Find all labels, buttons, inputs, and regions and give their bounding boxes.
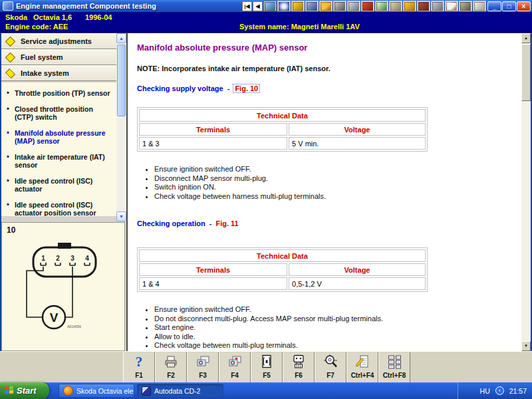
minimize-button[interactable]: _ [487, 1, 501, 11]
diamond-icon [5, 68, 15, 78]
section-heading-supply-voltage: Checking supply voltage - Fig. 10 [137, 84, 512, 92]
app-window: Engine management Component testing |◀ ◀… [0, 0, 532, 399]
wheel-icon[interactable] [431, 1, 444, 11]
f7-locate-button[interactable]: F7 [315, 352, 346, 382]
truck-icon[interactable] [319, 1, 332, 11]
scroll-down-icon[interactable]: ▼ [521, 341, 531, 351]
autodata-icon [142, 386, 151, 396]
car-wash-icon[interactable] [263, 1, 277, 11]
diagnostic-tool-icon[interactable] [347, 1, 360, 11]
vehicle-model: Octavia 1,6 [33, 13, 72, 21]
hide-icons-icon[interactable]: ‹ [495, 386, 504, 395]
warning-icon[interactable] [445, 1, 458, 11]
dashboard-icon[interactable] [333, 1, 346, 11]
f4-next-figure-button[interactable]: F4 [219, 352, 251, 382]
engine-part-icon[interactable] [361, 1, 374, 11]
system-name: System name: Magneti Marelli 1AV [239, 23, 360, 31]
sidebar-section-intake-system[interactable]: Intake system [1, 65, 116, 81]
page-title: Manifold absolute pressure (MAP) sensor [137, 43, 512, 53]
diamond-icon [5, 52, 16, 63]
helmet-icon[interactable] [403, 1, 416, 11]
table-cell-voltage: 5 V min. [289, 137, 426, 150]
ctrl-f4-edit-note-button[interactable]: Ctrl+F4 [346, 352, 378, 382]
clock: 21:57 [509, 387, 527, 395]
table-cell-voltage: 0,5-1,2 V [289, 277, 426, 290]
vehicle-years: 1996-04 [85, 13, 112, 21]
sidebar-item-list: Throttle position (TP) sensor Closed thr… [1, 82, 116, 216]
table-cell-terminals: 1 & 4 [139, 277, 287, 290]
ctrl-f8-data-list-button[interactable]: Ctrl+F8 [378, 352, 410, 382]
start-button[interactable]: Start [0, 382, 49, 399]
language-indicator[interactable]: HU [480, 387, 490, 395]
vehicle-header: Skoda Octavia 1,6 1996-04 Engine code: A… [0, 12, 532, 33]
tow-truck-icon[interactable] [291, 1, 305, 11]
f1-help-button[interactable]: ? F1 [123, 352, 155, 382]
browser-icon [63, 386, 73, 396]
app-icon [3, 1, 13, 11]
system-tray: HU ‹ 21:57 [458, 382, 532, 399]
locate-icon [323, 354, 338, 370]
content-scrollbar[interactable]: ▲ ▼ [521, 33, 531, 351]
svg-text:3: 3 [70, 255, 74, 262]
scrollbar-thumb[interactable] [117, 45, 126, 116]
mechanic-icon[interactable] [305, 1, 319, 11]
sidebar: Service adjustments Fuel system Intake s… [1, 33, 126, 221]
scroll-up-icon[interactable]: ▲ [116, 33, 126, 43]
previous-figure-icon [195, 354, 211, 370]
task-autodata-cd2[interactable]: Autodata CD-2 [137, 384, 223, 398]
f5-component-button[interactable]: F5 [251, 352, 283, 382]
step: Switch ignition ON. [154, 183, 512, 192]
sidebar-item-iat-sensor[interactable]: Intake air temperature (IAT) sensor [5, 153, 112, 170]
hands-icon[interactable] [389, 1, 402, 11]
sidebar-scrollbar[interactable]: ▲ ▼ [116, 33, 126, 221]
f6-connector-button[interactable]: F6 [283, 352, 315, 382]
svg-text:1: 1 [41, 255, 45, 262]
svg-text:V: V [50, 311, 59, 325]
motorcycle-icon[interactable] [459, 1, 472, 11]
window-title: Engine management Component testing [16, 2, 156, 10]
step: Ensure ignition switched OFF. [154, 165, 512, 174]
sidebar-item-ctp-switch[interactable]: Closed throttle position (CTP) switch [5, 105, 112, 122]
engine-code: Engine code: AEE [5, 23, 68, 31]
section-heading-operation: Checking operation - Fig. 11 [137, 219, 512, 227]
nav-first-button[interactable]: |◀ [242, 1, 252, 11]
close-button[interactable]: × [517, 1, 531, 11]
step: Do not disconnect multi-plug. Access MAP… [154, 315, 512, 324]
component-icon [259, 354, 275, 370]
procedure-steps-1: Ensure ignition switched OFF. Disconnect… [154, 165, 512, 201]
f3-previous-figure-button[interactable]: F3 [187, 352, 219, 382]
nav-back-button[interactable]: ◀ [253, 1, 263, 11]
fig-11-link[interactable]: Fig. 11 [215, 219, 238, 227]
note-text: NOTE: Incorporates intake air temperatur… [137, 65, 512, 72]
sidebar-item-isc-actuator[interactable]: Idle speed control (ISC) actuator [5, 177, 112, 194]
step: Disconnect MAP sensor multi-plug. [154, 174, 512, 184]
figure-number: 10 [7, 225, 15, 235]
document-icon[interactable] [473, 1, 486, 11]
scrollbar-thumb[interactable] [521, 44, 531, 101]
task-skoda-octavia[interactable]: Skoda Octavia elektr... [59, 384, 134, 398]
sidebar-section-service-adjustments[interactable]: Service adjustments [1, 33, 116, 49]
sidebar-item-map-sensor[interactable]: Manifold absolute pressure (MAP) sensor [5, 129, 112, 146]
press-machine-icon[interactable] [375, 1, 388, 11]
sidebar-section-fuel-system[interactable]: Fuel system [1, 49, 116, 65]
main-region: Service adjustments Fuel system Intake s… [0, 33, 532, 351]
fig-10-link[interactable]: Fig. 10 [233, 84, 259, 92]
step: Ensure ignition switched OFF. [154, 305, 512, 315]
scroll-up-icon[interactable]: ▲ [521, 33, 531, 43]
taskbar: Start Skoda Octavia elektr... Autodata C… [0, 382, 532, 399]
restore-button[interactable]: □ [502, 1, 516, 11]
timer-icon[interactable] [277, 1, 291, 11]
content-pane: Manifold absolute pressure (MAP) sensor … [126, 33, 521, 351]
f2-print-button[interactable]: F2 [155, 352, 187, 382]
tools-icon[interactable] [417, 1, 430, 11]
sidebar-item-isc-position-sensor[interactable]: Idle speed control (ISC) actuator positi… [5, 201, 112, 217]
connector-icon [291, 354, 307, 370]
map-sensor-diagram: 1 2 3 4 V AD14059 [2, 223, 124, 349]
vehicle-make: Skoda [5, 13, 27, 21]
sidebar-item-tp-sensor[interactable]: Throttle position (TP) sensor [5, 89, 112, 98]
technical-data-table-1: Technical Data Terminals Voltage 1 & 3 5… [137, 107, 428, 152]
svg-text:4: 4 [85, 255, 89, 262]
scroll-down-icon[interactable]: ▼ [116, 211, 126, 221]
procedure-steps-2: Ensure ignition switched OFF. Do not dis… [154, 305, 512, 350]
step: Allow to idle. [154, 332, 512, 342]
